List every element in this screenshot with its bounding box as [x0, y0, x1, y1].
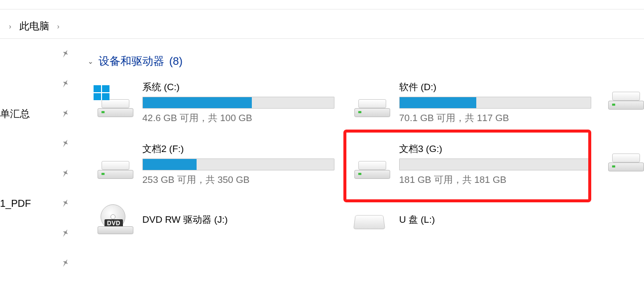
drive-title: 系统 (C:) — [142, 81, 334, 94]
drive-status: 42.6 GB 可用，共 100 GB — [142, 112, 334, 125]
breadcrumb[interactable]: › 此电脑 › — [0, 14, 644, 39]
drive-item-f[interactable]: 文档2 (F:) 253 GB 可用，共 350 GB — [98, 143, 334, 186]
section-header-devices[interactable]: ⌄ 设备和驱动器 (8) — [86, 54, 644, 69]
pin-icon — [59, 257, 72, 270]
sidebar-item[interactable] — [0, 158, 80, 188]
sidebar-item[interactable] — [0, 129, 80, 158]
chevron-down-icon: ⌄ — [88, 57, 94, 65]
window-top-strip — [0, 0, 644, 9]
drive-icon — [98, 88, 133, 117]
drive-icon — [608, 143, 644, 171]
pin-icon — [59, 108, 72, 120]
drive-status: 70.1 GB 可用，共 117 GB — [399, 112, 591, 125]
pin-icon — [59, 227, 72, 240]
capacity-bar — [142, 158, 334, 170]
drive-title: 文档3 (G:) — [399, 143, 591, 155]
main-content: ⌄ 设备和驱动器 (8) 系统 (C:) 42.6 GB 可用，共 100 GB — [80, 39, 644, 300]
drive-status: 181 GB 可用，共 181 GB — [399, 173, 591, 186]
drive-status: 253 GB 可用，共 350 GB — [142, 173, 334, 186]
drive-item-g[interactable]: 文档3 (G:) 181 GB 可用，共 181 GB — [354, 143, 591, 186]
capacity-bar — [399, 158, 591, 170]
drive-title: DVD RW 驱动器 (J:) — [142, 213, 334, 226]
pin-icon — [59, 197, 72, 210]
optical-drive-icon: DVD — [98, 205, 133, 234]
drive-item[interactable] — [608, 143, 644, 171]
sidebar-item[interactable]: 单汇总 — [0, 99, 80, 129]
usb-drive-icon — [354, 205, 390, 234]
section-title: 设备和驱动器 — [99, 54, 164, 69]
drive-item-dvd[interactable]: DVD DVD RW 驱动器 (J:) — [98, 205, 334, 234]
drive-icon — [354, 150, 390, 179]
sidebar-item[interactable] — [0, 39, 80, 69]
drive-icon — [608, 81, 644, 110]
pin-icon — [59, 78, 72, 90]
sidebar-item[interactable] — [0, 248, 80, 278]
drive-title: 软件 (D:) — [399, 81, 591, 94]
capacity-bar — [399, 97, 591, 109]
drive-title: U 盘 (L:) — [399, 213, 591, 226]
sidebar-item[interactable] — [0, 218, 80, 248]
pin-icon — [59, 48, 72, 60]
drive-item-usb[interactable]: U 盘 (L:) — [354, 205, 591, 234]
sidebar-quickaccess: 单汇总 1_PDF — [0, 39, 80, 300]
chevron-right-icon: › — [52, 22, 65, 30]
drive-item-d[interactable]: 软件 (D:) 70.1 GB 可用，共 117 GB — [354, 81, 591, 125]
capacity-bar — [142, 97, 334, 109]
pin-icon — [59, 167, 72, 180]
pin-icon — [59, 138, 72, 150]
chevron-right-icon: › — [4, 22, 16, 30]
section-count: (8) — [169, 55, 183, 68]
sidebar-item[interactable] — [0, 69, 80, 99]
drive-icon — [98, 150, 133, 179]
drive-icon — [354, 88, 390, 117]
drive-item-c[interactable]: 系统 (C:) 42.6 GB 可用，共 100 GB — [98, 81, 334, 125]
sidebar-item[interactable]: 1_PDF — [0, 188, 80, 218]
breadcrumb-location[interactable]: 此电脑 — [16, 19, 52, 33]
windows-logo-icon — [94, 85, 110, 101]
drive-title: 文档2 (F:) — [142, 143, 334, 155]
drive-item[interactable] — [608, 81, 644, 110]
